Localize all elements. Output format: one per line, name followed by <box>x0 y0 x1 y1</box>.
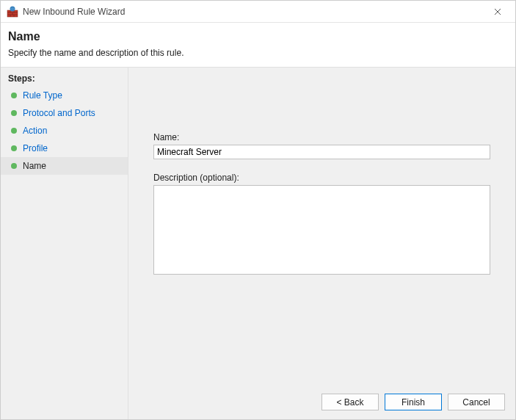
step-protocol-and-ports[interactable]: Protocol and Ports <box>1 104 128 122</box>
step-label: Name <box>23 161 46 171</box>
name-label: Name: <box>153 132 490 142</box>
bullet-icon <box>11 93 17 98</box>
steps-heading: Steps: <box>1 73 128 87</box>
name-input[interactable] <box>153 145 490 159</box>
window-title: New Inbound Rule Wizard <box>23 7 486 17</box>
wizard-buttons: < Back Finish Cancel <box>321 394 505 410</box>
bullet-icon <box>11 163 17 169</box>
firewall-icon <box>7 6 18 18</box>
cancel-button[interactable]: Cancel <box>448 394 505 410</box>
steps-sidebar: Steps: Rule Type Protocol and Ports Acti… <box>1 68 128 420</box>
description-input[interactable] <box>153 185 490 275</box>
page-subtitle: Specify the name and description of this… <box>8 48 508 58</box>
titlebar: New Inbound Rule Wizard <box>1 1 515 23</box>
step-label: Rule Type <box>23 90 62 101</box>
page-header: Name Specify the name and description of… <box>1 23 515 68</box>
step-name[interactable]: Name <box>1 157 128 175</box>
step-action[interactable]: Action <box>1 122 128 140</box>
back-button[interactable]: < Back <box>321 394 379 410</box>
description-label: Description (optional): <box>153 173 490 183</box>
step-rule-type[interactable]: Rule Type <box>1 87 128 104</box>
close-button[interactable] <box>486 1 509 22</box>
step-profile[interactable]: Profile <box>1 140 128 157</box>
page-title: Name <box>8 30 508 43</box>
main-panel: Name: Description (optional): <box>128 68 515 420</box>
step-label: Protocol and Ports <box>23 108 95 118</box>
bullet-icon <box>11 110 17 116</box>
step-label: Action <box>23 126 47 136</box>
bullet-icon <box>11 128 17 134</box>
bullet-icon <box>11 145 17 151</box>
finish-button[interactable]: Finish <box>385 394 442 410</box>
step-label: Profile <box>23 143 48 153</box>
